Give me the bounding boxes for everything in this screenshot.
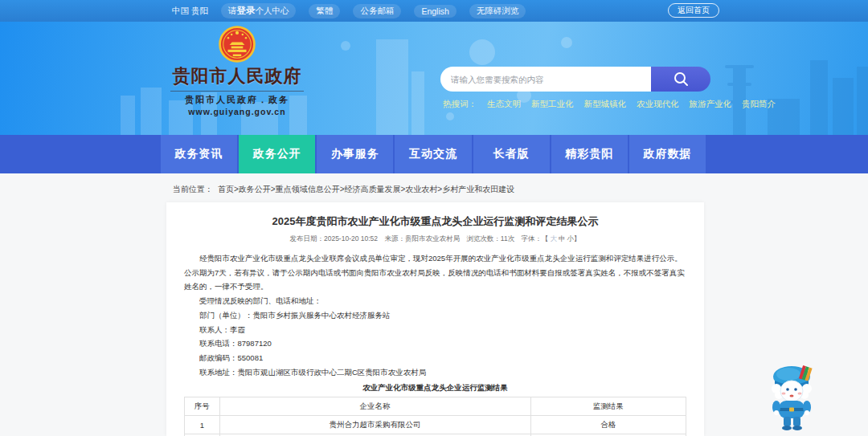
search-button[interactable] [651, 67, 710, 92]
article-paragraph: 经贵阳市农业产业化市级重点龙头企业联席会议成员单位审定，现对2025年开展的农业… [184, 251, 686, 294]
font-size-medium[interactable]: 中 [559, 234, 566, 242]
hot-search-label: 热搜词： [443, 99, 477, 110]
contact-person: 联系人：李霞 [184, 323, 686, 337]
search-icon [673, 71, 690, 88]
article-card: 2025年度贵阳市农业产业化市级重点龙头企业运行监测和评定结果公示 发布日期：2… [166, 202, 704, 436]
article-meta: 发布日期：2025-10-20 10:52 来源：贵阳市农业农村局 浏览次数：1… [184, 234, 686, 244]
official-mail-link[interactable]: 公务邮箱 [353, 4, 401, 18]
cell-serial: 1 [185, 416, 220, 434]
hot-word[interactable]: 贵阳简介 [742, 99, 776, 110]
view-count: 浏览次数：11次 [466, 234, 514, 242]
search-input[interactable] [440, 67, 651, 92]
contact-address: 联系地址：贵阳市观山湖区市级行政中心二期C区贵阳市农业农村局 [184, 365, 686, 380]
cell-result: 合格 [530, 416, 686, 434]
postal-code: 邮政编码：550081 [184, 351, 686, 365]
table-header-row: 序号 企业名称 监测结果 [185, 397, 686, 416]
contact-department: 部门（单位）：贵阳市乡村振兴服务中心农村经济服务站 [184, 308, 686, 323]
nav-item-zhengwu-zixun[interactable]: 政务资讯 [161, 135, 237, 173]
top-utility-bar: 中国 贵阳 请登录个人中心 繁體 公务邮箱 English 无障碍浏览 返回首页 [0, 0, 868, 22]
hot-word[interactable]: 农业现代化 [637, 99, 679, 110]
article-paragraph: 受理情况反映的部门、电话和地址： [184, 294, 686, 308]
header-result: 监测结果 [530, 397, 686, 416]
table-row: 1 贵州合力超市采购有限公司 合格 [185, 416, 686, 434]
publish-date: 发布日期：2025-10-20 10:52 [289, 234, 378, 242]
article-title: 2025年度贵阳市农业产业化市级重点龙头企业运行监测和评定结果公示 [184, 214, 686, 229]
nav-item-zhengwu-gongkai[interactable]: 政务公开 [239, 135, 315, 173]
region-link[interactable]: 中国 贵阳 [172, 6, 208, 17]
traditional-chinese-link[interactable]: 繁體 [309, 4, 340, 18]
mascot-figure[interactable] [764, 363, 821, 435]
breadcrumb-path[interactable]: 首页>政务公开>重点领域信息公开>经济高质量发展>农业农村>乡村产业和农田建设 [218, 185, 514, 194]
contact-phone: 联系电话：87987120 [184, 336, 686, 351]
site-logo[interactable]: 贵阳市人民政府 贵阳市人民政府．政务 www.guiyang.gov.cn [170, 26, 304, 116]
header-serial: 序号 [185, 397, 220, 416]
mascot-icon [764, 363, 821, 432]
nav-item-zhengfu-shuju[interactable]: 政府数据 [629, 135, 706, 173]
nav-item-jingcai-guiyang[interactable]: 精彩贵阳 [551, 135, 628, 173]
nav-item-zhangzheban[interactable]: 长者版 [473, 135, 550, 173]
font-size-label-end: 】 [574, 234, 581, 242]
hot-word[interactable]: 生态文明 [487, 99, 521, 110]
main-nav-bar: 政务资讯 政务公开 办事服务 互动交流 长者版 精彩贵阳 政府数据 [0, 135, 868, 173]
national-emblem-icon [219, 26, 256, 63]
search-bar [440, 67, 710, 92]
font-size-large[interactable]: 大 [551, 234, 558, 242]
hot-search-row: 热搜词： 生态文明 新型工业化 新型城镇化 农业现代化 旅游产业化 贵阳简介 [443, 99, 776, 110]
breadcrumb-label: 当前位置： [173, 185, 213, 194]
hot-word[interactable]: 新型工业化 [531, 99, 574, 110]
login-personal-center-link[interactable]: 请登录个人中心 [221, 3, 297, 18]
back-to-home-button[interactable]: 返回首页 [668, 3, 719, 18]
city-skyline [0, 22, 868, 135]
site-url: www.guiyang.gov.cn [170, 107, 304, 116]
header-banner: 贵阳市人民政府 贵阳市人民政府．政务 www.guiyang.gov.cn 热搜… [0, 22, 868, 135]
site-subtitle: 贵阳市人民政府．政务 [170, 91, 304, 106]
font-size-small[interactable]: 小 [567, 234, 575, 242]
header-company: 企业名称 [219, 397, 530, 416]
breadcrumb: 当前位置：首页>政务公开>重点领域信息公开>经济高质量发展>农业农村>乡村产业和… [173, 184, 514, 195]
table-caption: 农业产业化市级重点龙头企业运行监测结果 [184, 381, 686, 395]
nav-item-banshi-fuwu[interactable]: 办事服务 [317, 135, 393, 173]
hot-word[interactable]: 新型城镇化 [584, 99, 627, 110]
nav-item-hudong-jiaoliu[interactable]: 互动交流 [395, 135, 471, 173]
monitor-result-table: 序号 企业名称 监测结果 1 贵州合力超市采购有限公司 合格 2 贵州友禾种业有… [184, 397, 686, 436]
accessibility-link[interactable]: 无障碍浏览 [469, 4, 526, 18]
cell-company: 贵州合力超市采购有限公司 [219, 416, 530, 434]
article-source: 来源：贵阳市农业农村局 [384, 234, 460, 242]
site-name: 贵阳市人民政府 [170, 64, 304, 88]
english-link[interactable]: English [414, 5, 456, 18]
hot-word[interactable]: 旅游产业化 [690, 99, 732, 110]
font-size-label: 字体：【 [522, 234, 549, 242]
